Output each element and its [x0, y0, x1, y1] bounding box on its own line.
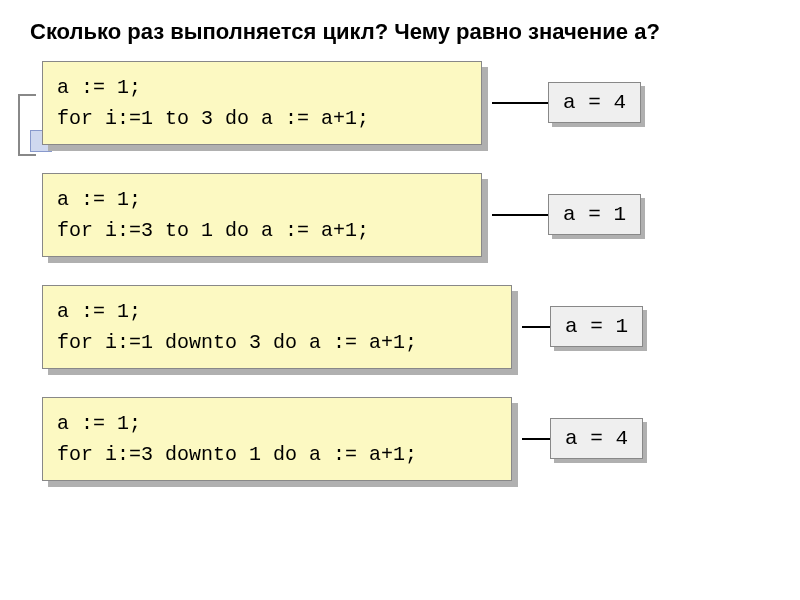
example-row: a := 1; for i:=1 to 3 do a := a+1; a = 4 — [30, 61, 770, 145]
connector-line — [492, 214, 548, 216]
code-container: a := 1; for i:=3 downto 1 do a := a+1; — [42, 397, 512, 481]
answer-block: a = 4 — [550, 418, 643, 459]
answer-block: a = 4 — [548, 82, 641, 123]
code-block: a := 1; for i:=3 downto 1 do a := a+1; — [42, 397, 512, 481]
code-container: a := 1; for i:=1 to 3 do a := a+1; — [42, 61, 482, 145]
answer-container: a = 1 — [548, 194, 641, 235]
code-block: a := 1; for i:=1 to 3 do a := a+1; — [42, 61, 482, 145]
example-row: a := 1; for i:=1 downto 3 do a := a+1; a… — [30, 285, 770, 369]
connector-line — [492, 102, 548, 104]
example-row: a := 1; for i:=3 to 1 do a := a+1; a = 1 — [30, 173, 770, 257]
connector-line — [522, 326, 550, 328]
answer-container: a = 4 — [550, 418, 643, 459]
answer-container: a = 1 — [550, 306, 643, 347]
answer-block: a = 1 — [550, 306, 643, 347]
answer-container: a = 4 — [548, 82, 641, 123]
question-text: Сколько раз выполняется цикл? Чему равно… — [30, 18, 770, 47]
example-row: a := 1; for i:=3 downto 1 do a := a+1; a… — [30, 397, 770, 481]
code-container: a := 1; for i:=3 to 1 do a := a+1; — [42, 173, 482, 257]
connector-line — [522, 438, 550, 440]
code-container: a := 1; for i:=1 downto 3 do a := a+1; — [42, 285, 512, 369]
answer-block: a = 1 — [548, 194, 641, 235]
code-block: a := 1; for i:=3 to 1 do a := a+1; — [42, 173, 482, 257]
code-block: a := 1; for i:=1 downto 3 do a := a+1; — [42, 285, 512, 369]
